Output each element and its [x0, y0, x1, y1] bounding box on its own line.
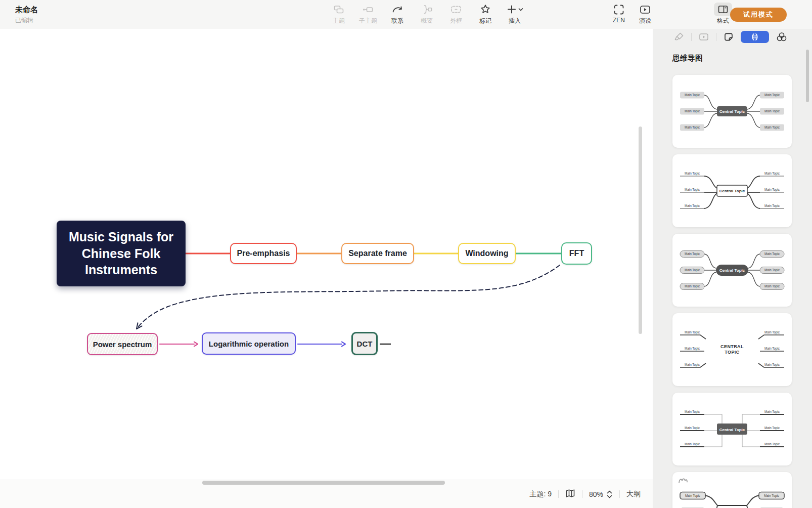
structure-icon: [750, 32, 760, 42]
svg-text:Main Topic: Main Topic: [685, 188, 700, 192]
template-card-text-map[interactable]: Main Topic Main Topic Main Topic Main To…: [672, 313, 792, 386]
divider: [619, 490, 620, 498]
panel-scrollbar[interactable]: [806, 50, 809, 102]
topic-count: 主题: 9: [529, 490, 552, 499]
divider: [716, 33, 716, 41]
map-overview-button[interactable]: [565, 488, 575, 500]
mindmap-canvas[interactable]: Music Signals for Chinese Folk Instrumen…: [0, 29, 653, 480]
arrow-pink: [160, 342, 198, 347]
svg-text:Main Topic: Main Topic: [685, 172, 700, 176]
template-thumbnail: Main Topic Main Topic Main Topic Main To…: [672, 234, 792, 307]
tab-colors[interactable]: [776, 31, 788, 43]
template-card-elbow-map[interactable]: Main Topic Main Topic Main Topic Main To…: [672, 393, 792, 465]
toolbar-item-topic[interactable]: 主题: [328, 3, 350, 27]
outline-button[interactable]: 大纲: [626, 490, 641, 499]
tab-theme-brush[interactable]: [673, 31, 685, 43]
central-topic-node[interactable]: Music Signals for Chinese Folk Instrumen…: [57, 221, 186, 286]
template-thumbnail: Main Topic Main Topic Main Topic Main To…: [672, 472, 792, 508]
document-info: 未命名 已编辑: [15, 5, 38, 25]
relationship-link[interactable]: [137, 265, 560, 329]
star-icon: [479, 3, 492, 16]
svg-text:Main Topic: Main Topic: [685, 268, 700, 272]
tab-structure-active[interactable]: [741, 31, 769, 43]
color-wheel-icon: [776, 31, 788, 43]
document-status: 已编辑: [15, 16, 38, 25]
zoom-control[interactable]: 80%: [589, 490, 613, 499]
summary-icon: [420, 3, 433, 16]
node-power-spectrum[interactable]: Power spectrum: [87, 333, 158, 355]
zen-icon: [612, 3, 625, 16]
play-icon: [639, 3, 652, 16]
relationship-icon: [391, 3, 404, 16]
template-card-line-map[interactable]: Main Topic Main Topic Main Topic Main To…: [672, 154, 792, 227]
panel-title: 思维导图: [672, 54, 703, 63]
node-dct[interactable]: DCT: [351, 332, 378, 355]
plus-chevron-icon: [506, 3, 524, 16]
svg-text:Main Topic: Main Topic: [764, 284, 780, 288]
svg-text:Main Topic: Main Topic: [764, 93, 780, 97]
svg-text:Main Topic: Main Topic: [685, 347, 700, 351]
sticker-icon: [723, 31, 734, 43]
svg-text:Main Topic: Main Topic: [685, 410, 700, 414]
template-card-filled-map[interactable]: Main Topic Main Topic Main Topic Main To…: [672, 75, 792, 148]
toolbar-item-relationship[interactable]: 联系: [386, 3, 409, 27]
divider: [558, 490, 559, 498]
divider: [691, 33, 692, 41]
node-fft[interactable]: FFT: [561, 242, 592, 265]
svg-text:Central Topic: Central Topic: [719, 428, 745, 432]
svg-text:Main Topic: Main Topic: [764, 363, 780, 367]
svg-text:Main Topic: Main Topic: [685, 93, 700, 97]
zoom-stepper-icon[interactable]: [606, 490, 613, 499]
node-pre-emphasis[interactable]: Pre-emphasis: [230, 243, 297, 264]
svg-text:Main Topic: Main Topic: [764, 188, 780, 192]
document-title: 未命名: [15, 5, 38, 15]
svg-text:Main Topic: Main Topic: [685, 252, 700, 256]
svg-text:Main Topic: Main Topic: [764, 204, 780, 208]
template-thumbnail: Main Topic Main Topic Main Topic Main To…: [672, 313, 792, 386]
node-windowing[interactable]: Windowing: [458, 243, 516, 264]
template-card-pill-map[interactable]: Main Topic Main Topic Main Topic Main To…: [672, 234, 792, 307]
present-button[interactable]: 演说: [632, 3, 658, 25]
subtopic-icon: [362, 3, 375, 16]
svg-text:Main Topic: Main Topic: [685, 284, 700, 288]
toolbar-item-summary[interactable]: 概要: [416, 3, 438, 27]
main-toolbar: 主题 子主题 联系: [328, 3, 526, 27]
template-thumbnail: Main Topic Main Topic Main Topic Main To…: [672, 393, 792, 465]
svg-text:Main Topic: Main Topic: [685, 330, 700, 334]
toolbar-item-subtopic[interactable]: 子主题: [357, 3, 379, 27]
svg-text:Main Topic: Main Topic: [685, 125, 700, 130]
svg-text:Main Topic: Main Topic: [764, 109, 780, 113]
svg-text:Central Topic: Central Topic: [719, 268, 745, 273]
svg-text:Main Topic: Main Topic: [764, 125, 780, 130]
svg-text:Main Topic: Main Topic: [685, 442, 700, 446]
svg-text:Main Topic: Main Topic: [764, 426, 780, 430]
boundary-icon: [449, 3, 463, 16]
tab-presentation[interactable]: [698, 31, 709, 43]
play-box-icon: [698, 31, 709, 43]
svg-text:Main Topic: Main Topic: [685, 426, 700, 430]
vertical-scrollbar[interactable]: [639, 126, 642, 334]
svg-text:CENTRAL: CENTRAL: [720, 344, 744, 349]
arrow-indigo: [298, 342, 345, 347]
map-icon: [565, 488, 575, 498]
toolbar-item-boundary[interactable]: 外框: [445, 3, 467, 27]
toolbar-item-insert[interactable]: 插入: [504, 3, 526, 27]
template-card-sketch-map[interactable]: Main Topic Main Topic Main Topic Main To…: [672, 472, 792, 508]
toolbar-item-marker[interactable]: 标记: [474, 3, 497, 27]
horizontal-scrollbar[interactable]: [202, 481, 445, 485]
topic-icon: [332, 3, 345, 16]
svg-text:TOPIC: TOPIC: [725, 350, 739, 355]
tab-sticker[interactable]: [723, 31, 734, 43]
node-logarithmic-operation[interactable]: Logarithmic operation: [202, 332, 296, 355]
svg-text:Main Topic: Main Topic: [764, 442, 780, 446]
svg-text:Main Topic: Main Topic: [685, 109, 700, 113]
svg-text:Main Topic: Main Topic: [764, 410, 780, 414]
node-separate-frame[interactable]: Separate frame: [341, 243, 414, 264]
trial-mode-button[interactable]: 试用模式: [730, 8, 787, 22]
brush-icon: [673, 31, 685, 43]
template-thumbnail: Main Topic Main Topic Main Topic Main To…: [672, 75, 792, 148]
svg-text:Main Topic: Main Topic: [685, 363, 700, 367]
svg-text:Main Topic: Main Topic: [685, 204, 700, 208]
zen-mode-button[interactable]: ZEN: [606, 3, 632, 24]
svg-text:Main Topic: Main Topic: [764, 330, 780, 334]
